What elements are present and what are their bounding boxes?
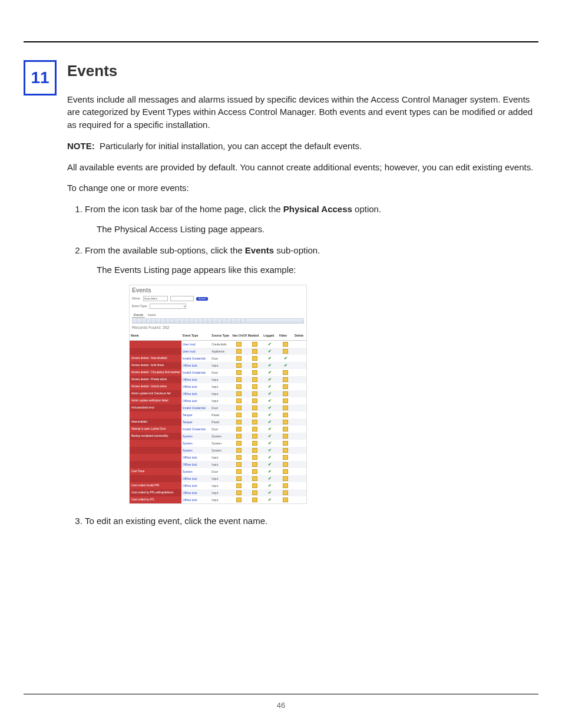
paragraph-2: All available events are provided by def…	[67, 161, 538, 174]
has-onoff-cell	[232, 482, 247, 489]
delete-cell[interactable]	[293, 369, 306, 376]
event-name-link[interactable]: Admin update verification failed	[130, 397, 181, 404]
video-cell	[278, 482, 293, 489]
delete-cell[interactable]	[293, 348, 306, 355]
event-name-link[interactable]: Attempt to open Locked Door	[130, 426, 181, 433]
table-row: SystemSystem✔	[130, 440, 306, 447]
event-name-link[interactable]: Card voided by ATL	[130, 496, 181, 503]
no-icon	[283, 434, 288, 439]
delete-cell[interactable]	[293, 404, 306, 411]
event-name-link[interactable]	[130, 348, 181, 355]
logged-cell: ✔	[262, 468, 277, 475]
event-name-link[interactable]: Area enabled	[130, 419, 181, 426]
event-type-cell: Offline lock	[181, 376, 210, 383]
event-name-link[interactable]	[130, 341, 181, 348]
table-row: Access denied - Unlock activeOffline loc…	[130, 383, 306, 390]
delete-cell[interactable]	[293, 475, 306, 482]
event-name-link[interactable]	[130, 411, 181, 419]
delete-cell[interactable]	[293, 362, 306, 369]
no-icon	[236, 427, 242, 431]
table-row: User modAppliance✔	[130, 348, 306, 355]
shot-name-operator-select[interactable]: Starts With ▾	[143, 296, 168, 301]
logged-cell: ✔	[262, 348, 277, 355]
col-video[interactable]: Video	[278, 331, 293, 341]
masked-cell	[247, 355, 262, 362]
video-cell	[278, 376, 293, 383]
event-name-link[interactable]: Backup completed successfully	[130, 433, 181, 440]
event-name-link[interactable]: Access denied - Occupancy limit reached	[130, 369, 181, 376]
delete-cell[interactable]	[293, 433, 306, 440]
has-onoff-cell	[232, 447, 247, 454]
col-source-type[interactable]: Source Type	[210, 331, 231, 341]
source-type-cell: System	[210, 433, 231, 440]
shot-tab-events[interactable]: Events	[132, 312, 145, 318]
delete-cell[interactable]	[293, 461, 306, 468]
event-name-link[interactable]: Anti-passback error	[130, 404, 181, 411]
delete-cell[interactable]	[293, 447, 306, 454]
no-icon	[283, 462, 288, 467]
col-logged[interactable]: Logged	[262, 331, 277, 341]
event-type-cell: User mod	[181, 341, 210, 348]
no-icon	[283, 483, 288, 488]
delete-cell[interactable]	[293, 489, 306, 496]
masked-cell	[247, 419, 262, 426]
check-icon: ✔	[268, 427, 272, 431]
event-name-link[interactable]: Card voided Invalid PIN	[130, 482, 181, 489]
check-icon: ✔	[268, 434, 272, 438]
delete-cell[interactable]	[293, 426, 306, 433]
delete-cell[interactable]	[293, 383, 306, 390]
event-name-link[interactable]: Access denied - Auth threat	[130, 362, 181, 369]
event-name-link[interactable]: Access denied - Area disabled	[130, 355, 181, 362]
delete-cell[interactable]	[293, 411, 306, 419]
event-name-link[interactable]: Card Trace	[130, 468, 181, 475]
event-type-cell: Offline lock	[181, 454, 210, 461]
source-type-cell: Appliance	[210, 348, 231, 355]
logged-cell: ✔	[262, 376, 277, 383]
delete-cell[interactable]	[293, 468, 306, 475]
no-icon	[236, 413, 242, 417]
delete-cell[interactable]	[293, 496, 306, 503]
has-onoff-cell	[232, 475, 247, 482]
delete-cell[interactable]	[293, 419, 306, 426]
col-delete[interactable]: Delete	[293, 331, 306, 341]
delete-cell[interactable]	[293, 341, 306, 348]
event-name-link[interactable]: Access denied - Private active	[130, 376, 181, 383]
no-icon	[252, 455, 257, 460]
delete-cell[interactable]	[293, 454, 306, 461]
has-onoff-cell	[232, 454, 247, 461]
no-icon	[252, 420, 257, 424]
delete-cell[interactable]	[293, 440, 306, 447]
note-label: NOTE:	[67, 141, 95, 151]
event-name-link[interactable]: Card voided by PPL editing/deletion	[130, 489, 181, 496]
shot-name-input[interactable]	[170, 296, 194, 301]
delete-cell[interactable]	[293, 482, 306, 489]
delete-cell[interactable]	[293, 397, 306, 404]
no-icon	[252, 363, 257, 368]
no-icon	[252, 356, 257, 361]
no-icon	[252, 469, 257, 474]
event-name-link[interactable]	[130, 440, 181, 447]
event-name-link[interactable]	[130, 447, 181, 454]
shot-pager[interactable]	[132, 318, 304, 324]
check-icon: ✔	[268, 413, 272, 417]
event-name-link[interactable]: Admin update lock Checksum fail	[130, 390, 181, 397]
delete-cell[interactable]	[293, 355, 306, 362]
col-name[interactable]: Name	[130, 331, 181, 341]
shot-search-button[interactable]: Search	[196, 297, 209, 301]
has-onoff-cell	[232, 348, 247, 355]
event-name-link[interactable]	[130, 454, 181, 461]
video-cell	[278, 419, 293, 426]
shot-tab-inputs[interactable]: Inputs	[146, 312, 158, 317]
col-has-onoff[interactable]: Has On/Off	[232, 331, 247, 341]
masked-cell	[247, 454, 262, 461]
col-event-type[interactable]: Event Type	[181, 331, 210, 341]
event-name-link[interactable]	[130, 461, 181, 468]
event-name-link[interactable]: Access denied - Unlock active	[130, 383, 181, 390]
delete-cell[interactable]	[293, 376, 306, 383]
col-masked[interactable]: Masked	[247, 331, 262, 341]
shot-event-type-select[interactable]: ▾	[150, 304, 186, 309]
delete-cell[interactable]	[293, 390, 306, 397]
no-icon	[283, 398, 288, 403]
event-name-link[interactable]	[130, 475, 181, 482]
no-icon	[283, 448, 288, 453]
